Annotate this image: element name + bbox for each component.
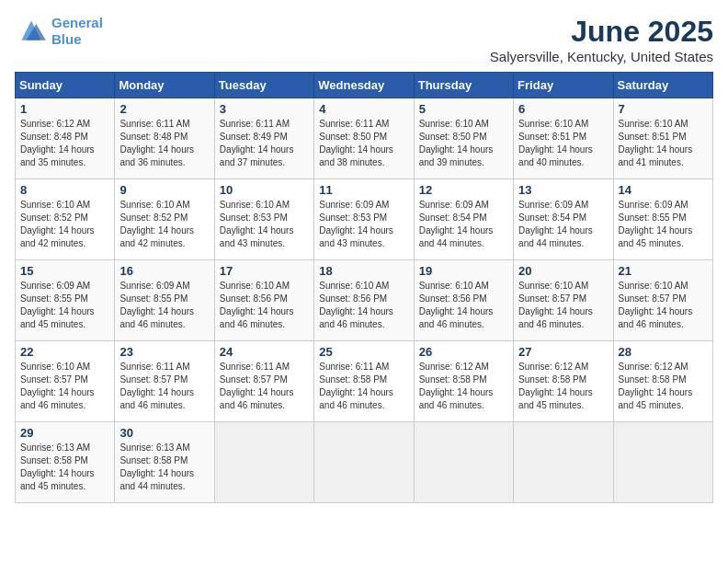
- calendar-cell: 24 Sunrise: 6:11 AM Sunset: 8:57 PM Dayl…: [214, 341, 313, 422]
- calendar-cell: 6 Sunrise: 6:10 AM Sunset: 8:51 PM Dayli…: [514, 98, 613, 179]
- cell-sunrise: Sunrise: 6:11 AM: [220, 118, 309, 131]
- day-number: 28: [619, 345, 708, 359]
- calendar-cell: 8 Sunrise: 6:10 AM Sunset: 8:52 PM Dayli…: [16, 179, 115, 260]
- cell-sunset: Sunset: 8:58 PM: [518, 373, 608, 386]
- calendar-cell: 9 Sunrise: 6:10 AM Sunset: 8:52 PM Dayli…: [115, 179, 214, 260]
- day-header-wednesday: Wednesday: [314, 73, 414, 98]
- day-number: 5: [419, 102, 508, 116]
- cell-sunset: Sunset: 8:52 PM: [20, 212, 109, 224]
- cell-sunset: Sunset: 8:57 PM: [119, 373, 209, 386]
- logo-icon: [15, 17, 48, 45]
- logo: General Blue: [15, 15, 103, 48]
- calendar-cell: 17 Sunrise: 6:10 AM Sunset: 8:56 PM Dayl…: [214, 260, 313, 341]
- cell-sunset: Sunset: 8:51 PM: [619, 131, 708, 144]
- cell-sunrise: Sunrise: 6:12 AM: [20, 118, 109, 131]
- day-number: 30: [119, 426, 209, 440]
- calendar-table: SundayMondayTuesdayWednesdayThursdayFrid…: [15, 72, 713, 503]
- day-number: 14: [619, 183, 708, 197]
- cell-sunrise: Sunrise: 6:10 AM: [518, 280, 608, 293]
- cell-daylight: Daylight: 14 hours and 45 minutes.: [20, 467, 109, 493]
- cell-daylight: Daylight: 14 hours and 38 minutes.: [319, 144, 408, 169]
- calendar-cell: 23 Sunrise: 6:11 AM Sunset: 8:57 PM Dayl…: [115, 341, 214, 422]
- cell-sunset: Sunset: 8:57 PM: [20, 373, 109, 386]
- calendar-cell: 26 Sunrise: 6:12 AM Sunset: 8:58 PM Dayl…: [414, 341, 513, 422]
- cell-sunrise: Sunrise: 6:09 AM: [319, 199, 408, 212]
- cell-sunrise: Sunrise: 6:10 AM: [20, 199, 109, 212]
- calendar-cell: 18 Sunrise: 6:10 AM Sunset: 8:56 PM Dayl…: [314, 260, 414, 341]
- cell-sunset: Sunset: 8:49 PM: [220, 131, 309, 144]
- calendar-week-row: 8 Sunrise: 6:10 AM Sunset: 8:52 PM Dayli…: [16, 179, 713, 260]
- day-header-saturday: Saturday: [613, 73, 712, 98]
- calendar-cell: 19 Sunrise: 6:10 AM Sunset: 8:56 PM Dayl…: [414, 260, 513, 341]
- cell-sunrise: Sunrise: 6:13 AM: [20, 442, 109, 454]
- day-number: 13: [518, 183, 608, 197]
- month-title: June 2025: [490, 15, 713, 49]
- cell-sunrise: Sunrise: 6:09 AM: [20, 280, 109, 293]
- day-number: 22: [20, 345, 109, 359]
- day-number: 7: [619, 102, 708, 116]
- cell-daylight: Daylight: 14 hours and 37 minutes.: [220, 144, 309, 169]
- cell-sunset: Sunset: 8:51 PM: [518, 131, 608, 144]
- calendar-cell: 15 Sunrise: 6:09 AM Sunset: 8:55 PM Dayl…: [16, 260, 115, 341]
- cell-daylight: Daylight: 14 hours and 46 minutes.: [419, 305, 508, 331]
- day-number: 25: [319, 345, 408, 359]
- cell-sunset: Sunset: 8:58 PM: [20, 454, 109, 467]
- day-number: 4: [319, 102, 408, 116]
- cell-daylight: Daylight: 14 hours and 45 minutes.: [518, 386, 608, 412]
- cell-sunrise: Sunrise: 6:12 AM: [419, 361, 508, 373]
- day-number: 29: [20, 426, 109, 440]
- cell-sunset: Sunset: 8:55 PM: [20, 293, 109, 305]
- cell-sunset: Sunset: 8:55 PM: [619, 212, 708, 224]
- day-number: 1: [20, 102, 109, 116]
- cell-sunrise: Sunrise: 6:11 AM: [119, 361, 209, 373]
- calendar-header-row: SundayMondayTuesdayWednesdayThursdayFrid…: [16, 73, 713, 98]
- calendar-cell: 7 Sunrise: 6:10 AM Sunset: 8:51 PM Dayli…: [613, 98, 712, 179]
- location-title: Salyersville, Kentucky, United States: [490, 49, 713, 64]
- cell-daylight: Daylight: 14 hours and 46 minutes.: [119, 386, 209, 412]
- cell-sunrise: Sunrise: 6:10 AM: [518, 118, 608, 131]
- cell-daylight: Daylight: 14 hours and 46 minutes.: [220, 305, 309, 331]
- cell-sunrise: Sunrise: 6:10 AM: [220, 199, 309, 212]
- calendar-cell: 5 Sunrise: 6:10 AM Sunset: 8:50 PM Dayli…: [414, 98, 513, 179]
- cell-daylight: Daylight: 14 hours and 45 minutes.: [619, 386, 708, 412]
- title-area: June 2025 Salyersville, Kentucky, United…: [490, 15, 713, 64]
- cell-sunset: Sunset: 8:58 PM: [419, 373, 508, 386]
- cell-sunrise: Sunrise: 6:10 AM: [119, 199, 209, 212]
- day-number: 21: [619, 264, 708, 278]
- calendar-cell: [613, 422, 712, 503]
- calendar-cell: 14 Sunrise: 6:09 AM Sunset: 8:55 PM Dayl…: [613, 179, 712, 260]
- cell-sunrise: Sunrise: 6:09 AM: [419, 199, 508, 212]
- cell-sunset: Sunset: 8:57 PM: [220, 373, 309, 386]
- calendar-cell: 29 Sunrise: 6:13 AM Sunset: 8:58 PM Dayl…: [16, 422, 115, 503]
- cell-daylight: Daylight: 14 hours and 41 minutes.: [619, 144, 708, 169]
- calendar-cell: 1 Sunrise: 6:12 AM Sunset: 8:48 PM Dayli…: [16, 98, 115, 179]
- day-header-friday: Friday: [514, 73, 613, 98]
- calendar-cell: 27 Sunrise: 6:12 AM Sunset: 8:58 PM Dayl…: [514, 341, 613, 422]
- cell-daylight: Daylight: 14 hours and 44 minutes.: [119, 467, 209, 493]
- calendar-cell: 10 Sunrise: 6:10 AM Sunset: 8:53 PM Dayl…: [214, 179, 313, 260]
- cell-sunset: Sunset: 8:57 PM: [518, 293, 608, 305]
- cell-sunset: Sunset: 8:56 PM: [319, 293, 408, 305]
- cell-sunrise: Sunrise: 6:10 AM: [20, 361, 109, 373]
- day-number: 26: [419, 345, 508, 359]
- cell-sunrise: Sunrise: 6:11 AM: [119, 118, 209, 131]
- cell-sunrise: Sunrise: 6:11 AM: [319, 361, 408, 373]
- day-number: 18: [319, 264, 408, 278]
- cell-sunset: Sunset: 8:56 PM: [419, 293, 508, 305]
- day-number: 24: [220, 345, 309, 359]
- day-number: 19: [419, 264, 508, 278]
- cell-sunset: Sunset: 8:57 PM: [619, 293, 708, 305]
- day-header-sunday: Sunday: [16, 73, 115, 98]
- cell-daylight: Daylight: 14 hours and 46 minutes.: [319, 305, 408, 331]
- cell-daylight: Daylight: 14 hours and 46 minutes.: [319, 386, 408, 412]
- calendar-cell: 28 Sunrise: 6:12 AM Sunset: 8:58 PM Dayl…: [613, 341, 712, 422]
- calendar-week-row: 1 Sunrise: 6:12 AM Sunset: 8:48 PM Dayli…: [16, 98, 713, 179]
- cell-sunrise: Sunrise: 6:10 AM: [619, 118, 708, 131]
- cell-sunrise: Sunrise: 6:10 AM: [319, 280, 408, 293]
- cell-sunrise: Sunrise: 6:10 AM: [220, 280, 309, 293]
- calendar-cell: 20 Sunrise: 6:10 AM Sunset: 8:57 PM Dayl…: [514, 260, 613, 341]
- cell-sunrise: Sunrise: 6:12 AM: [518, 361, 608, 373]
- logo-text: General Blue: [51, 15, 103, 48]
- day-number: 10: [220, 183, 309, 197]
- cell-daylight: Daylight: 14 hours and 39 minutes.: [419, 144, 508, 169]
